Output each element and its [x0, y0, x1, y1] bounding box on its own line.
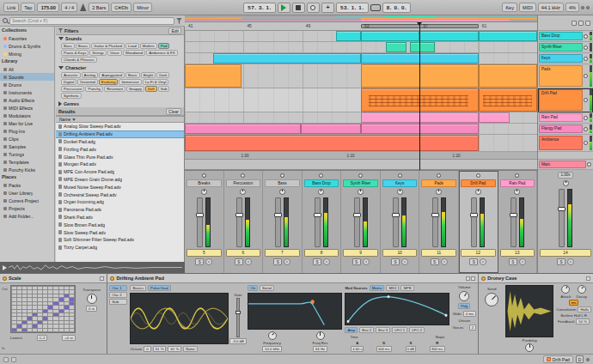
filter-freq-knob[interactable] — [268, 331, 277, 340]
sidebar-item-tunings[interactable]: Tunings — [0, 150, 54, 158]
clip[interactable] — [185, 64, 241, 88]
scale-cell[interactable] — [12, 290, 16, 293]
sidebar-item-all[interactable]: All — [0, 65, 54, 73]
scale-cell[interactable] — [48, 290, 52, 293]
filter-group-sounds[interactable]: Sounds — [56, 35, 184, 42]
filter-tag-acoustic[interactable]: Acoustic — [61, 72, 81, 78]
main-track-activator[interactable]: 14 — [540, 249, 591, 257]
track-circle-button[interactable] — [584, 34, 588, 39]
scale-cell[interactable] — [48, 306, 52, 308]
filter-tag-basic[interactable]: Basic — [125, 72, 140, 78]
pan-knob[interactable] — [436, 189, 442, 195]
filter-routing-select[interactable]: Serial — [260, 285, 274, 291]
arm-button[interactable] — [284, 258, 290, 265]
solo-button[interactable]: S — [273, 258, 282, 265]
scale-cell[interactable] — [38, 317, 42, 319]
scale-cell[interactable] — [70, 302, 74, 305]
volume-fader[interactable] — [393, 197, 399, 247]
scale-cell[interactable] — [59, 317, 64, 319]
result-item[interactable]: MPE Dream Grain Drone.adg — [56, 176, 184, 184]
scale-cell[interactable] — [59, 325, 64, 327]
filter-group-character[interactable]: Character — [56, 64, 184, 71]
track-lane-drift-pad[interactable] — [185, 88, 537, 112]
clip[interactable] — [479, 112, 510, 123]
env-stage-a[interactable]: A4.60 s — [345, 341, 370, 352]
scale-cell[interactable] — [53, 298, 58, 300]
sidebar-item-samples[interactable]: Samples — [0, 143, 54, 150]
beat-time-ruler[interactable]: 414549535761 — [185, 22, 537, 31]
result-item[interactable]: Shark Pad.adv — [56, 214, 184, 221]
clip[interactable] — [479, 88, 537, 112]
clip[interactable] — [479, 31, 537, 41]
solo-button[interactable]: S — [313, 258, 321, 265]
scale-cell[interactable] — [53, 290, 58, 293]
scale-cell[interactable] — [17, 329, 21, 331]
sidebar-item-packs[interactable]: Packs — [0, 181, 54, 189]
scale-cell[interactable] — [48, 310, 52, 312]
scale-cell[interactable] — [33, 321, 37, 324]
result-item[interactable]: Slow Brown Pad.adg — [56, 221, 184, 228]
loop-switch-icon[interactable] — [370, 4, 381, 11]
scale-cell[interactable] — [17, 298, 21, 300]
main-solo-button[interactable]: S — [557, 258, 565, 265]
sidebar-item-projects[interactable]: Projects — [0, 204, 54, 212]
scale-cell[interactable] — [59, 310, 64, 312]
main-volume-fader[interactable] — [559, 189, 565, 247]
scale-cell[interactable] — [38, 287, 42, 289]
scale-cell[interactable] — [53, 313, 58, 316]
monitor-icon[interactable] — [515, 173, 519, 178]
track-circle-button[interactable] — [584, 141, 588, 145]
monitor-icon[interactable] — [280, 173, 284, 178]
scale-cell[interactable] — [12, 287, 16, 289]
envelope-display[interactable] — [345, 293, 449, 325]
list-view-icon[interactable] — [11, 357, 16, 362]
result-item[interactable]: Fizzling Pad.adv — [56, 145, 184, 153]
track-circle-button[interactable] — [584, 57, 588, 61]
env-tab-lfo-2[interactable]: LFO 2 — [409, 327, 425, 333]
scale-cell[interactable] — [59, 294, 64, 297]
preview-play-icon[interactable] — [3, 265, 7, 270]
result-item[interactable]: Dunkel Pad.adg — [56, 138, 184, 146]
drift-hot-swap-icon[interactable] — [466, 276, 470, 281]
ir-name[interactable]: Berliner Hall L R — [560, 313, 586, 318]
track-header-main[interactable]: Main — [538, 160, 593, 170]
scale-cell[interactable] — [64, 313, 69, 316]
env-stage-d[interactable]: D600 ms — [371, 341, 396, 352]
scale-cell[interactable] — [70, 310, 74, 312]
scale-cell[interactable] — [48, 294, 52, 297]
track-activator[interactable]: 12 — [461, 249, 496, 257]
send-knob[interactable] — [485, 293, 498, 306]
scale-cell[interactable] — [48, 325, 52, 327]
tempo-display[interactable]: 175.00 — [37, 3, 59, 12]
scale-cell[interactable] — [22, 321, 27, 324]
clip[interactable] — [361, 31, 419, 41]
scale-device-activator[interactable] — [3, 276, 7, 281]
gain-value[interactable]: -3.0 dB — [229, 338, 247, 344]
result-item[interactable]: Tizzy Carpet.adg — [56, 244, 184, 252]
sidebar-item-audio-effects[interactable]: Audio Effects — [0, 96, 54, 104]
main-pan-knob[interactable] — [563, 180, 569, 186]
midi-map-button[interactable]: MIDI — [519, 3, 536, 12]
filter-group-genres[interactable]: Genres — [56, 100, 184, 107]
decay-knob[interactable] — [578, 285, 586, 294]
scale-cell[interactable] — [70, 306, 74, 308]
scale-cell[interactable] — [12, 310, 16, 312]
scale-cell[interactable] — [59, 313, 64, 316]
filter-on-toggle[interactable]: On — [248, 285, 258, 291]
scale-cell[interactable] — [48, 321, 52, 324]
scale-cell[interactable] — [33, 317, 37, 319]
sidebar-item-midi-effects[interactable]: MIDI Effects — [0, 104, 54, 112]
voices-value[interactable]: 2 — [469, 325, 476, 331]
scale-cell[interactable] — [43, 306, 47, 308]
scale-cell[interactable] — [28, 310, 32, 312]
volume-fader[interactable] — [510, 197, 517, 247]
track-circle-button[interactable] — [584, 116, 588, 120]
scale-cell[interactable] — [22, 306, 27, 308]
grid-view-icon[interactable] — [3, 357, 9, 362]
reverb-device-activator[interactable] — [481, 276, 486, 281]
sidebar-item-punchy-kicks[interactable]: Punchy Kicks — [0, 166, 54, 173]
sidebar-item-sounds[interactable]: Sounds — [0, 73, 54, 81]
scale-cell[interactable] — [64, 310, 69, 312]
scale-cell[interactable] — [22, 317, 27, 319]
track-header-synth-riser[interactable]: Synth Riser — [538, 42, 593, 53]
